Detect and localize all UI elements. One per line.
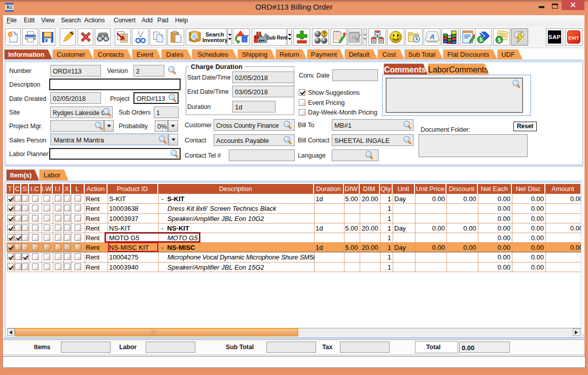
svg-text:?: ? — [322, 31, 325, 36]
svg-text:A: A — [429, 33, 434, 41]
svg-text:$: $ — [479, 37, 482, 43]
svg-text:$: $ — [498, 38, 501, 43]
svg-text:EXIT: EXIT — [568, 35, 579, 41]
